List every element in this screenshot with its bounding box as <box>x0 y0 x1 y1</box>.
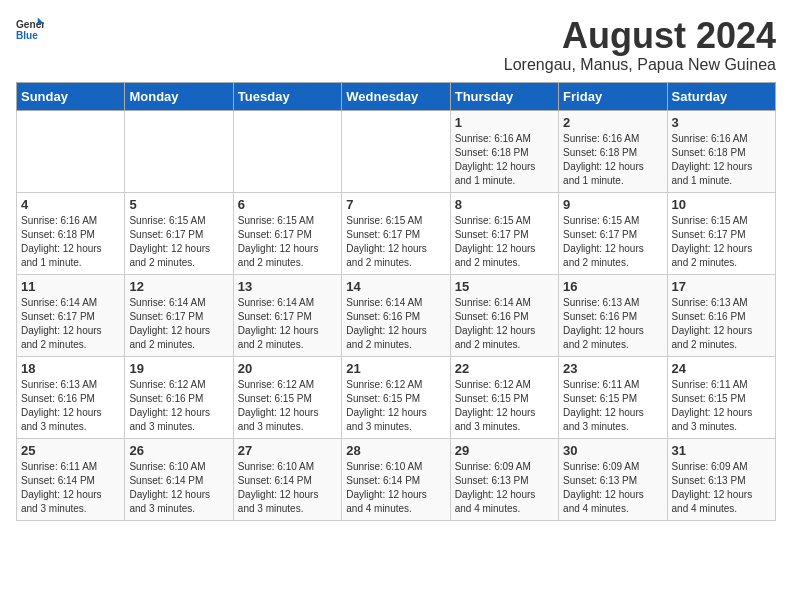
day-number: 17 <box>672 279 771 294</box>
week-row-2: 4Sunrise: 6:16 AM Sunset: 6:18 PM Daylig… <box>17 192 776 274</box>
day-cell: 1Sunrise: 6:16 AM Sunset: 6:18 PM Daylig… <box>450 110 558 192</box>
day-number: 27 <box>238 443 337 458</box>
day-info: Sunrise: 6:09 AM Sunset: 6:13 PM Dayligh… <box>563 460 662 516</box>
day-cell: 2Sunrise: 6:16 AM Sunset: 6:18 PM Daylig… <box>559 110 667 192</box>
day-cell: 27Sunrise: 6:10 AM Sunset: 6:14 PM Dayli… <box>233 438 341 520</box>
day-info: Sunrise: 6:09 AM Sunset: 6:13 PM Dayligh… <box>455 460 554 516</box>
day-cell: 15Sunrise: 6:14 AM Sunset: 6:16 PM Dayli… <box>450 274 558 356</box>
day-number: 10 <box>672 197 771 212</box>
day-number: 26 <box>129 443 228 458</box>
day-number: 7 <box>346 197 445 212</box>
col-header-friday: Friday <box>559 82 667 110</box>
col-header-thursday: Thursday <box>450 82 558 110</box>
day-cell: 28Sunrise: 6:10 AM Sunset: 6:14 PM Dayli… <box>342 438 450 520</box>
day-number: 29 <box>455 443 554 458</box>
day-number: 1 <box>455 115 554 130</box>
day-cell: 3Sunrise: 6:16 AM Sunset: 6:18 PM Daylig… <box>667 110 775 192</box>
day-number: 21 <box>346 361 445 376</box>
day-number: 5 <box>129 197 228 212</box>
day-number: 2 <box>563 115 662 130</box>
day-cell: 4Sunrise: 6:16 AM Sunset: 6:18 PM Daylig… <box>17 192 125 274</box>
day-cell: 20Sunrise: 6:12 AM Sunset: 6:15 PM Dayli… <box>233 356 341 438</box>
day-cell: 9Sunrise: 6:15 AM Sunset: 6:17 PM Daylig… <box>559 192 667 274</box>
day-cell: 7Sunrise: 6:15 AM Sunset: 6:17 PM Daylig… <box>342 192 450 274</box>
day-cell: 6Sunrise: 6:15 AM Sunset: 6:17 PM Daylig… <box>233 192 341 274</box>
day-cell: 19Sunrise: 6:12 AM Sunset: 6:16 PM Dayli… <box>125 356 233 438</box>
day-number: 14 <box>346 279 445 294</box>
day-info: Sunrise: 6:16 AM Sunset: 6:18 PM Dayligh… <box>672 132 771 188</box>
logo: General Blue <box>16 16 44 44</box>
day-info: Sunrise: 6:09 AM Sunset: 6:13 PM Dayligh… <box>672 460 771 516</box>
day-cell: 12Sunrise: 6:14 AM Sunset: 6:17 PM Dayli… <box>125 274 233 356</box>
day-cell: 23Sunrise: 6:11 AM Sunset: 6:15 PM Dayli… <box>559 356 667 438</box>
week-row-1: 1Sunrise: 6:16 AM Sunset: 6:18 PM Daylig… <box>17 110 776 192</box>
day-number: 13 <box>238 279 337 294</box>
day-cell: 5Sunrise: 6:15 AM Sunset: 6:17 PM Daylig… <box>125 192 233 274</box>
day-info: Sunrise: 6:12 AM Sunset: 6:15 PM Dayligh… <box>455 378 554 434</box>
day-info: Sunrise: 6:12 AM Sunset: 6:16 PM Dayligh… <box>129 378 228 434</box>
day-cell: 10Sunrise: 6:15 AM Sunset: 6:17 PM Dayli… <box>667 192 775 274</box>
day-number: 25 <box>21 443 120 458</box>
day-cell: 8Sunrise: 6:15 AM Sunset: 6:17 PM Daylig… <box>450 192 558 274</box>
day-info: Sunrise: 6:15 AM Sunset: 6:17 PM Dayligh… <box>238 214 337 270</box>
day-number: 28 <box>346 443 445 458</box>
col-header-sunday: Sunday <box>17 82 125 110</box>
day-cell: 26Sunrise: 6:10 AM Sunset: 6:14 PM Dayli… <box>125 438 233 520</box>
day-info: Sunrise: 6:14 AM Sunset: 6:16 PM Dayligh… <box>346 296 445 352</box>
week-row-4: 18Sunrise: 6:13 AM Sunset: 6:16 PM Dayli… <box>17 356 776 438</box>
day-cell <box>125 110 233 192</box>
day-info: Sunrise: 6:10 AM Sunset: 6:14 PM Dayligh… <box>346 460 445 516</box>
day-info: Sunrise: 6:16 AM Sunset: 6:18 PM Dayligh… <box>455 132 554 188</box>
day-info: Sunrise: 6:14 AM Sunset: 6:17 PM Dayligh… <box>238 296 337 352</box>
col-header-tuesday: Tuesday <box>233 82 341 110</box>
day-info: Sunrise: 6:15 AM Sunset: 6:17 PM Dayligh… <box>129 214 228 270</box>
day-cell: 16Sunrise: 6:13 AM Sunset: 6:16 PM Dayli… <box>559 274 667 356</box>
main-title: August 2024 <box>504 16 776 56</box>
day-cell <box>233 110 341 192</box>
col-header-wednesday: Wednesday <box>342 82 450 110</box>
day-info: Sunrise: 6:14 AM Sunset: 6:17 PM Dayligh… <box>21 296 120 352</box>
day-number: 23 <box>563 361 662 376</box>
day-number: 20 <box>238 361 337 376</box>
day-cell: 31Sunrise: 6:09 AM Sunset: 6:13 PM Dayli… <box>667 438 775 520</box>
day-number: 4 <box>21 197 120 212</box>
day-number: 18 <box>21 361 120 376</box>
day-info: Sunrise: 6:11 AM Sunset: 6:14 PM Dayligh… <box>21 460 120 516</box>
title-area: August 2024 Lorengau, Manus, Papua New G… <box>504 16 776 74</box>
day-info: Sunrise: 6:16 AM Sunset: 6:18 PM Dayligh… <box>21 214 120 270</box>
day-info: Sunrise: 6:15 AM Sunset: 6:17 PM Dayligh… <box>672 214 771 270</box>
day-info: Sunrise: 6:13 AM Sunset: 6:16 PM Dayligh… <box>21 378 120 434</box>
svg-text:Blue: Blue <box>16 30 38 41</box>
day-info: Sunrise: 6:16 AM Sunset: 6:18 PM Dayligh… <box>563 132 662 188</box>
day-cell: 30Sunrise: 6:09 AM Sunset: 6:13 PM Dayli… <box>559 438 667 520</box>
day-number: 3 <box>672 115 771 130</box>
day-cell: 18Sunrise: 6:13 AM Sunset: 6:16 PM Dayli… <box>17 356 125 438</box>
day-cell <box>17 110 125 192</box>
day-cell: 25Sunrise: 6:11 AM Sunset: 6:14 PM Dayli… <box>17 438 125 520</box>
day-info: Sunrise: 6:10 AM Sunset: 6:14 PM Dayligh… <box>238 460 337 516</box>
header: General Blue August 2024 Lorengau, Manus… <box>16 16 776 74</box>
day-number: 22 <box>455 361 554 376</box>
day-info: Sunrise: 6:12 AM Sunset: 6:15 PM Dayligh… <box>346 378 445 434</box>
day-cell: 22Sunrise: 6:12 AM Sunset: 6:15 PM Dayli… <box>450 356 558 438</box>
col-header-monday: Monday <box>125 82 233 110</box>
day-number: 19 <box>129 361 228 376</box>
day-number: 16 <box>563 279 662 294</box>
logo-icon: General Blue <box>16 16 44 44</box>
day-cell: 17Sunrise: 6:13 AM Sunset: 6:16 PM Dayli… <box>667 274 775 356</box>
week-row-3: 11Sunrise: 6:14 AM Sunset: 6:17 PM Dayli… <box>17 274 776 356</box>
day-cell: 14Sunrise: 6:14 AM Sunset: 6:16 PM Dayli… <box>342 274 450 356</box>
day-info: Sunrise: 6:13 AM Sunset: 6:16 PM Dayligh… <box>563 296 662 352</box>
day-cell: 11Sunrise: 6:14 AM Sunset: 6:17 PM Dayli… <box>17 274 125 356</box>
calendar-table: SundayMondayTuesdayWednesdayThursdayFrid… <box>16 82 776 521</box>
day-info: Sunrise: 6:15 AM Sunset: 6:17 PM Dayligh… <box>346 214 445 270</box>
day-number: 9 <box>563 197 662 212</box>
day-number: 15 <box>455 279 554 294</box>
day-info: Sunrise: 6:11 AM Sunset: 6:15 PM Dayligh… <box>563 378 662 434</box>
day-cell: 13Sunrise: 6:14 AM Sunset: 6:17 PM Dayli… <box>233 274 341 356</box>
day-number: 30 <box>563 443 662 458</box>
day-number: 24 <box>672 361 771 376</box>
col-header-saturday: Saturday <box>667 82 775 110</box>
day-cell: 29Sunrise: 6:09 AM Sunset: 6:13 PM Dayli… <box>450 438 558 520</box>
day-cell: 24Sunrise: 6:11 AM Sunset: 6:15 PM Dayli… <box>667 356 775 438</box>
